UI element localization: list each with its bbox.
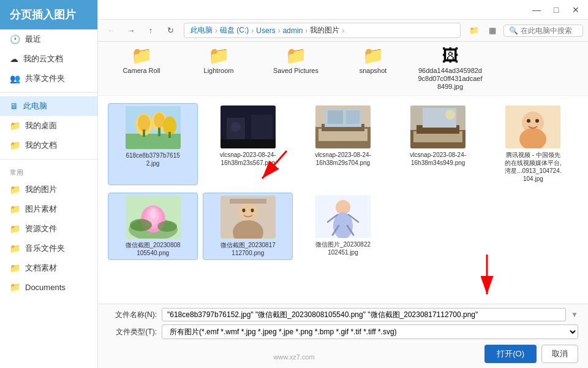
- folder-long[interactable]: 🖼 96dda144ad345982d9c8d07c0ff431adcaef84…: [417, 45, 484, 91]
- folder-snapshot-icon: 📁: [363, 45, 384, 66]
- svg-point-13: [231, 122, 241, 132]
- sidebar-item-shared-label: 共享文件夹: [25, 73, 65, 84]
- minimize-button[interactable]: —: [529, 2, 544, 17]
- svg-rect-4: [143, 129, 145, 137]
- svg-rect-47: [230, 199, 266, 204]
- view-buttons: 📁 ▦: [466, 22, 501, 39]
- breadcrumb-users[interactable]: Users: [256, 26, 275, 35]
- open-button[interactable]: 打开(O): [484, 345, 537, 363]
- folder-camera-roll[interactable]: 📁 Camera Roll: [108, 45, 175, 91]
- folder-snapshot-label: snapshot: [360, 67, 387, 75]
- filename-dropdown-icon[interactable]: ▼: [571, 310, 578, 319]
- new-folder-button[interactable]: 📁: [466, 22, 483, 39]
- file-item-2[interactable]: vlcsnap-2023-08-24-16h38m23s567.png: [203, 103, 293, 185]
- folder-saved-pictures-icon: 📁: [285, 45, 307, 66]
- filetype-label: 文件类型(T):: [108, 327, 157, 337]
- file-grid: 618ce8b3797b76152.jpg vlcsnap-2023-08-24…: [98, 96, 588, 304]
- sidebar-item-pictures[interactable]: 📁 我的图片: [0, 180, 97, 199]
- maximize-button[interactable]: □: [549, 2, 564, 17]
- breadcrumb-current: 我的图片: [310, 25, 339, 36]
- file-label-2: vlcsnap-2023-08-24-16h38m23s567.png: [219, 151, 277, 167]
- refresh-button[interactable]: ↻: [162, 22, 179, 39]
- sidebar-item-resources[interactable]: 📁 资源文件: [0, 219, 97, 239]
- view-toggle-button[interactable]: ▦: [484, 22, 501, 39]
- svg-point-46: [251, 209, 254, 212]
- search-input[interactable]: [521, 26, 578, 35]
- svg-point-31: [527, 119, 530, 123]
- filename-input[interactable]: [162, 308, 566, 321]
- file-item-4[interactable]: vlcsnap-2023-08-24-16h38m34s949.png: [393, 103, 483, 185]
- file-label-5: 腾讯视频 - 中国领先的在线视频媒体平台,湾星...0913_104724.10…: [504, 151, 562, 183]
- search-icon: 🔍: [509, 26, 518, 35]
- svg-rect-20: [328, 110, 343, 124]
- sidebar-item-cloud[interactable]: ☁ 我的云文档: [0, 49, 97, 69]
- sidebar-item-material[interactable]: 📁 图片素材: [0, 199, 97, 219]
- filename-label: 文件名称(N):: [108, 310, 157, 320]
- svg-point-3: [138, 115, 150, 132]
- folder-camera-roll-label: Camera Roll: [123, 67, 160, 75]
- sidebar-item-mydoc[interactable]: 📁 我的文档: [0, 136, 97, 155]
- up-button[interactable]: ↑: [142, 22, 159, 39]
- sidebar-item-documents[interactable]: 📁 Documents: [0, 278, 97, 296]
- divider-1: [0, 92, 97, 93]
- svg-rect-1: [126, 134, 181, 149]
- forward-button[interactable]: →: [123, 22, 140, 39]
- svg-point-32: [535, 119, 539, 123]
- svg-rect-9: [168, 132, 171, 138]
- sidebar-item-this-pc[interactable]: 🖥 此电脑: [0, 96, 97, 116]
- form-actions: 打开(O) 取消: [108, 342, 578, 364]
- mydoc-icon: 📁: [10, 140, 20, 150]
- sidebar-item-material-label: 图片素材: [25, 204, 57, 215]
- sidebar-item-docsrc[interactable]: 📁 文档素材: [0, 258, 97, 278]
- shared-icon: 👥: [10, 74, 20, 83]
- this-pc-icon: 🖥: [10, 101, 18, 111]
- recent-icon: 🕐: [10, 34, 20, 44]
- file-thumb-4: [410, 105, 466, 148]
- resources-icon: 📁: [10, 224, 20, 234]
- titlebar: — □ ✕: [98, 0, 588, 20]
- file-item-1[interactable]: 618ce8b3797b76152.jpg: [108, 103, 198, 185]
- bottom-form: 文件名称(N): ▼ 文件类型(T): 所有图片(*.emf *.wmf *.j…: [98, 304, 588, 368]
- svg-point-27: [445, 110, 455, 120]
- file-item-7[interactable]: 微信截图_20230817112700.png: [203, 193, 293, 260]
- file-thumb-5: [505, 105, 560, 148]
- sidebar-item-music-label: 音乐文件夹: [25, 243, 65, 254]
- breadcrumb-admin[interactable]: admin: [283, 26, 303, 35]
- sidebar-item-music[interactable]: 📁 音乐文件夹: [0, 239, 97, 258]
- folder-camera-roll-icon: 📁: [131, 45, 153, 66]
- sidebar-item-shared[interactable]: 👥 共享文件夹: [0, 69, 97, 88]
- file-item-6[interactable]: 微信截图_20230808105540.png: [108, 193, 198, 260]
- file-item-8[interactable]: 微信图片_20230822102451.jpg: [298, 193, 388, 260]
- back-button[interactable]: ←: [103, 22, 120, 39]
- folder-lightroom-icon: 📁: [208, 45, 230, 66]
- file-thumb-3: [315, 105, 371, 148]
- file-label-8: 微信图片_20230822102451.jpg: [314, 240, 372, 256]
- breadcrumb-drive[interactable]: 磁盘 (C:): [220, 25, 249, 36]
- sidebar-item-desktop[interactable]: 📁 我的桌面: [0, 116, 97, 136]
- filetype-select[interactable]: 所有图片(*.emf *.wmf *.jpg *.jpeg *.jpe *.pn…: [162, 324, 578, 339]
- file-item-5[interactable]: 腾讯视频 - 中国领先的在线视频媒体平台,湾星...0913_104724.10…: [488, 103, 578, 185]
- breadcrumb-this-pc[interactable]: 此电脑: [190, 25, 213, 36]
- cloud-icon: ☁: [10, 54, 18, 64]
- cancel-button[interactable]: 取消: [541, 345, 578, 363]
- music-icon: 📁: [10, 243, 20, 253]
- documents-icon: 📁: [10, 282, 20, 292]
- desktop-icon: 📁: [10, 121, 20, 131]
- folder-list: 📁 Camera Roll 📁 Lightroom 📁 Saved Pictur…: [98, 42, 588, 96]
- folder-long-icon: 🖼: [442, 45, 459, 66]
- breadcrumb: 此电脑 › 磁盘 (C:) › Users › admin › 我的图片 ›: [184, 23, 461, 38]
- folder-lightroom[interactable]: 📁 Lightroom: [185, 45, 252, 91]
- file-label-7: 微信截图_20230817112700.png: [219, 241, 277, 257]
- file-label-4: vlcsnap-2023-08-24-16h38m34s949.png: [409, 151, 467, 167]
- folder-snapshot[interactable]: 📁 snapshot: [339, 45, 407, 91]
- close-button[interactable]: ✕: [568, 2, 583, 17]
- folder-saved-pictures[interactable]: 📁 Saved Pictures: [262, 45, 330, 91]
- sidebar-item-cloud-label: 我的云文档: [23, 53, 63, 64]
- sidebar-item-resources-label: 资源文件: [25, 223, 57, 234]
- file-label-1: 618ce8b3797b76152.jpg: [124, 151, 182, 167]
- sidebar-item-recent[interactable]: 🕐 最近: [0, 29, 97, 49]
- docsrc-icon: 📁: [10, 263, 20, 273]
- file-item-3[interactable]: vlcsnap-2023-08-24-16h38m29s704.png: [298, 103, 388, 185]
- filetype-row: 文件类型(T): 所有图片(*.emf *.wmf *.jpg *.jpeg *…: [108, 324, 578, 339]
- sidebar-item-documents-label: Documents: [25, 283, 66, 292]
